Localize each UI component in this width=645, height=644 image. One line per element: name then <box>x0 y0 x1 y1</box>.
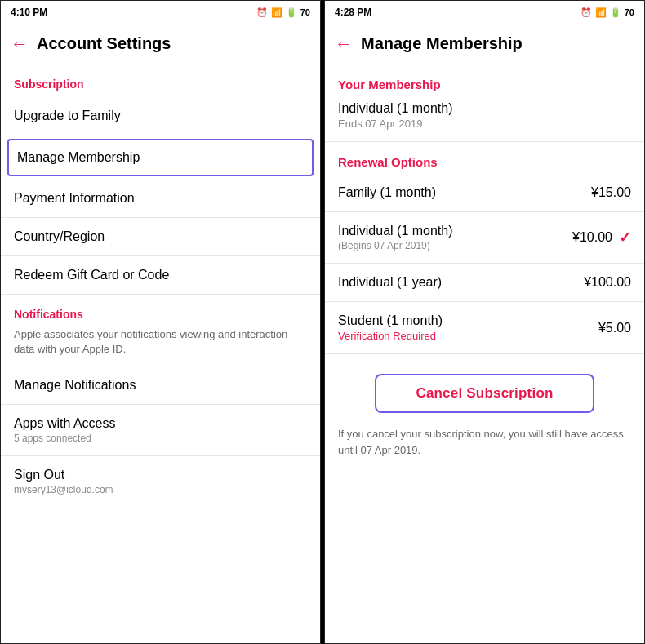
battery-icon: 🔋 <box>286 7 297 18</box>
menu-item-upgrade-family[interactable]: Upgrade to Family <box>1 97 320 135</box>
cancel-btn-wrap: Cancel Subscription <box>325 354 644 426</box>
menu-item-apps-with-access[interactable]: Apps with Access 5 apps connected <box>1 405 320 456</box>
cancel-notice: If you cancel your subscription now, you… <box>325 426 644 471</box>
right-time: 4:28 PM <box>335 7 371 18</box>
menu-item-sign-out[interactable]: Sign Out mysery13@icloud.com <box>1 456 320 507</box>
right-status-bar: 4:28 PM ⏰ 📶 🔋 70 <box>325 1 644 24</box>
right-status-icons: ⏰ 📶 🔋 70 <box>580 7 634 18</box>
menu-item-manage-notifications[interactable]: Manage Notifications <box>1 366 320 405</box>
current-plan: Individual (1 month) Ends 07 Apr 2019 <box>325 96 644 142</box>
menu-item-manage-membership[interactable]: Manage Membership <box>7 139 314 176</box>
left-phone-panel: 4:10 PM ⏰ 📶 🔋 70 ← Account Settings Subs… <box>0 0 321 644</box>
left-time: 4:10 PM <box>11 7 47 18</box>
battery-level: 70 <box>300 7 310 17</box>
right-signal-icon: 📶 <box>595 7 607 18</box>
current-plan-expiry: Ends 07 Apr 2019 <box>338 118 631 130</box>
menu-item-payment-information[interactable]: Payment Information <box>1 180 320 218</box>
cancel-subscription-button[interactable]: Cancel Subscription <box>375 374 594 413</box>
left-back-button[interactable]: ← <box>11 35 29 53</box>
right-battery-icon: 🔋 <box>610 7 621 18</box>
your-membership-label: Your Membership <box>325 64 644 96</box>
right-back-button[interactable]: ← <box>335 35 353 53</box>
renewal-option-individual-1year[interactable]: Individual (1 year) ¥100.00 <box>325 264 644 302</box>
right-page-title: Manage Membership <box>361 34 523 53</box>
renewal-option-individual-1month[interactable]: Individual (1 month) (Begins 07 Apr 2019… <box>325 212 644 264</box>
alarm-icon: ⏰ <box>256 7 268 18</box>
renewal-option-family-1month[interactable]: Family (1 month) ¥15.00 <box>325 174 644 212</box>
left-page-title: Account Settings <box>37 34 171 53</box>
signal-icon: 📶 <box>271 7 282 18</box>
right-nav-bar: ← Manage Membership <box>325 24 644 64</box>
selected-checkmark: ✓ <box>619 229 631 246</box>
notifications-description: Apple associates your notifications view… <box>1 327 320 366</box>
menu-item-country-region[interactable]: Country/Region <box>1 218 320 256</box>
left-nav-bar: ← Account Settings <box>1 24 320 64</box>
left-status-bar: 4:10 PM ⏰ 📶 🔋 70 <box>1 1 320 24</box>
notifications-section-label: Notifications <box>1 295 320 327</box>
left-status-icons: ⏰ 📶 🔋 70 <box>256 7 310 18</box>
renewal-option-student-1month[interactable]: Student (1 month) Verification Required … <box>325 302 644 354</box>
subscription-section-label: Subscription <box>1 64 320 97</box>
left-content: Subscription Upgrade to Family Manage Me… <box>1 64 320 643</box>
right-alarm-icon: ⏰ <box>580 7 592 18</box>
right-battery-level: 70 <box>625 7 634 17</box>
right-content: Your Membership Individual (1 month) End… <box>325 64 644 643</box>
right-phone-panel: 4:28 PM ⏰ 📶 🔋 70 ← Manage Membership You… <box>324 0 645 644</box>
current-plan-name: Individual (1 month) <box>338 101 631 116</box>
renewal-options-label: Renewal Options <box>325 142 644 174</box>
menu-item-redeem-gift[interactable]: Redeem Gift Card or Code <box>1 256 320 295</box>
